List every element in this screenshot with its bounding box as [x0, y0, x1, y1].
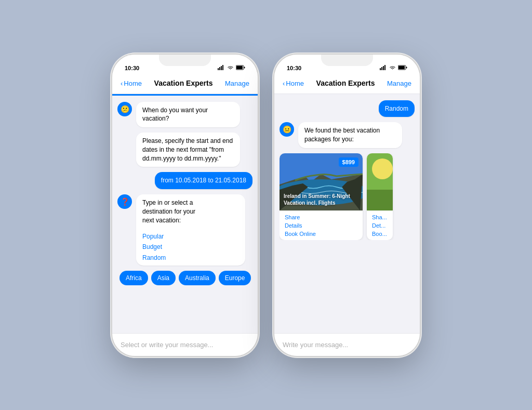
message-row-4: ❓ Type in or select a destination for yo…	[117, 194, 252, 266]
bot-avatar-1: 😕	[117, 102, 132, 116]
phone-2-nav-title: Vacation Experts	[316, 79, 375, 87]
link-random[interactable]: Random	[142, 254, 203, 262]
phone-2-input-bar: Write your message...	[274, 333, 420, 356]
phone2-back-chevron-icon: ‹	[283, 80, 285, 87]
phone-2-nav-bar: ‹ Home Vacation Experts Manage	[274, 73, 420, 94]
phone-2-status-icons	[380, 65, 407, 71]
phone2-wifi-icon	[389, 65, 396, 71]
signal-icon	[218, 65, 225, 71]
svg-rect-15	[384, 65, 385, 70]
card1-details[interactable]: Details	[285, 222, 357, 229]
reply-africa[interactable]: Africa	[119, 271, 148, 285]
reply-europe[interactable]: Europe	[219, 271, 251, 285]
card-price: $899	[339, 157, 358, 167]
svg-rect-1	[219, 67, 220, 70]
scene: 10:30 ‹ Home Vacation Experts Manage	[112, 55, 420, 356]
phone2-bubble-2: We found the best vacation packages for …	[298, 122, 402, 148]
svg-rect-0	[218, 68, 219, 70]
phone-2: 10:30 ‹ Home Vacation Experts Manage	[274, 55, 420, 356]
bubble-1: When do you want your vacation?	[136, 102, 240, 128]
phone-1-input-placeholder[interactable]: Select or write your message...	[121, 341, 213, 349]
svg-rect-13	[381, 67, 382, 70]
phone-1-notch	[159, 55, 211, 66]
svg-rect-2	[221, 66, 222, 70]
card1-share[interactable]: Share	[285, 214, 357, 220]
phone2-bot-avatar: 😐	[280, 122, 294, 137]
phone2-message-row-2: 😐 We found the best vacation packages fo…	[280, 122, 415, 148]
back-chevron-icon: ‹	[121, 80, 123, 87]
partial-card-image	[367, 153, 393, 210]
phone-1-back-button[interactable]: ‹ Home	[121, 80, 142, 87]
card1-actions: Share Details Book Online	[280, 210, 363, 240]
svg-rect-14	[383, 66, 384, 70]
phone-1-status-icons	[218, 65, 245, 71]
phone2-signal-icon	[380, 65, 387, 71]
card2-actions: Sha... Det... Boo...	[367, 210, 393, 240]
phone-2-notch	[321, 55, 373, 66]
phone-1-back-label: Home	[124, 80, 142, 87]
svg-rect-6	[244, 67, 245, 68]
wifi-icon	[227, 65, 234, 71]
phone-2-back-label: Home	[286, 80, 304, 87]
svg-rect-12	[380, 68, 381, 70]
bubble-3: from 10.05.2018 to 21.05.2018	[155, 172, 252, 189]
reply-asia[interactable]: Asia	[151, 271, 176, 285]
vacation-card-partial: Sha... Det... Boo...	[367, 153, 393, 240]
message-row-2: Please, specify the start and end dates …	[117, 133, 252, 167]
bubble-4: Type in or select a destination for your…	[136, 194, 245, 266]
card2-share[interactable]: Sha...	[372, 214, 388, 220]
battery-icon	[236, 65, 245, 71]
message-row-3: from 10.05.2018 to 21.05.2018	[117, 172, 252, 189]
phone-2-manage-button[interactable]: Manage	[387, 80, 411, 87]
svg-rect-3	[222, 65, 223, 70]
svg-rect-18	[406, 67, 407, 68]
phone2-battery-icon	[398, 65, 407, 71]
vacation-cards-row: $899 Ireland in Summer: 6-Night Vacation…	[280, 153, 415, 240]
phone-1-input-bar: Select or write your message...	[112, 333, 258, 356]
svg-rect-25	[367, 190, 393, 210]
svg-point-26	[372, 158, 393, 179]
phone-1-nav-title: Vacation Experts	[154, 79, 213, 87]
link-popular[interactable]: Popular	[142, 232, 203, 241]
phone-1-nav-bar: ‹ Home Vacation Experts Manage	[112, 73, 258, 94]
phone-2-chat-area: Random 😐 We found the best vacation pack…	[274, 94, 420, 333]
svg-rect-5	[236, 66, 243, 69]
phone-1-time: 10:30	[125, 65, 139, 71]
quick-replies: Africa Asia Australia Europe	[117, 271, 252, 285]
card1-book[interactable]: Book Online	[285, 231, 357, 237]
reply-australia[interactable]: Australia	[179, 271, 216, 285]
vacation-card-ireland: $899 Ireland in Summer: 6-Night Vacation…	[280, 153, 363, 240]
phone-2-time: 10:30	[287, 65, 301, 71]
message-row-1: 😕 When do you want your vacation?	[117, 102, 252, 128]
phone-1-chat-area: 😕 When do you want your vacation? Please…	[112, 96, 258, 333]
link-budget[interactable]: Budget	[142, 243, 203, 252]
svg-rect-17	[398, 66, 405, 69]
phone2-bubble-1: Random	[379, 100, 415, 117]
phone-2-input-placeholder[interactable]: Write your message...	[283, 341, 348, 349]
bot-avatar-2: ❓	[117, 194, 132, 209]
phone-1-manage-button[interactable]: Manage	[225, 80, 249, 87]
phone-2-back-button[interactable]: ‹ Home	[283, 80, 304, 87]
card2-details[interactable]: Det...	[372, 222, 388, 229]
phone-1: 10:30 ‹ Home Vacation Experts Manage	[112, 55, 258, 356]
bubble-2: Please, specify the start and end dates …	[136, 133, 240, 167]
phone2-message-row-1: Random	[280, 100, 415, 117]
card2-book[interactable]: Boo...	[372, 231, 388, 237]
card-caption: Ireland in Summer: 6-Night Vacation incl…	[284, 193, 358, 206]
